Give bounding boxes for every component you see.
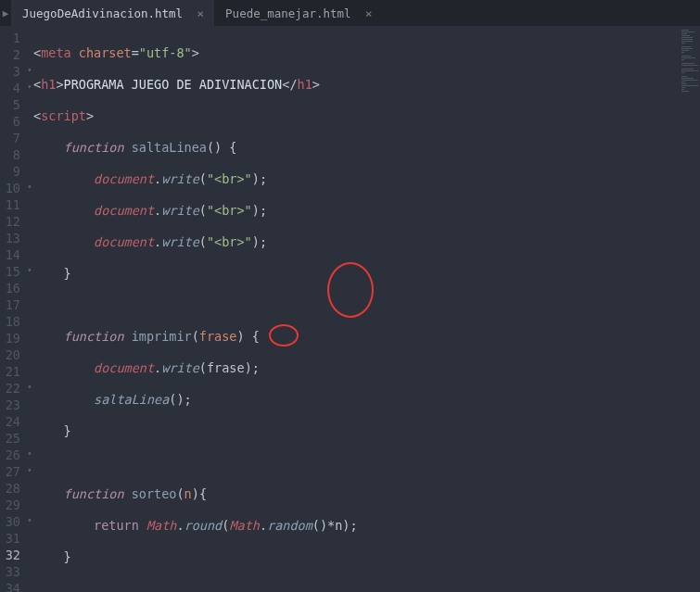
line-number[interactable]: 4 [0,80,20,96]
line-number[interactable]: 14 [0,246,20,263]
code-line[interactable]: return Math.round(Math.random()*n); [33,517,680,534]
code-editor[interactable]: <meta charset="utf-8"> <h1>PROGRAMA JUEG… [33,26,680,592]
sidebar-toggle-icon[interactable]: ▶ [0,0,11,26]
code-line[interactable]: saltaLinea(); [33,391,680,408]
code-line[interactable]: function saltaLinea() { [33,139,680,156]
line-number[interactable]: 9 [0,163,20,180]
code-line[interactable]: } [33,422,680,439]
line-number[interactable]: 20 [0,346,20,363]
minimap-line [681,91,689,92]
minimap-line [681,56,691,57]
minimap-line [681,57,695,58]
minimap[interactable] [680,26,700,592]
line-number[interactable]: 1 [0,30,20,46]
line-number[interactable]: 22 [0,380,20,397]
tab-puede-manejar[interactable]: Puede_manejar.html × [214,0,382,26]
line-number[interactable]: 21 [0,363,20,380]
line-number[interactable]: 33 [0,563,20,580]
code-line[interactable]: document.write("<br>"); [33,202,680,219]
tab-bar: ▶ JuegoDeAdivinacion.html × Puede_maneja… [0,0,700,26]
line-number[interactable]: 2 [0,46,20,63]
code-line[interactable]: <meta charset="utf-8"> [33,44,680,61]
minimap-line [681,31,694,32]
line-number[interactable]: 3 [0,63,20,80]
minimap-line [681,89,684,90]
fold-marker-icon[interactable]: ▾ [26,383,33,391]
code-line[interactable]: function sorteo(n){ [33,485,680,502]
line-number[interactable]: 32 [0,547,20,563]
fold-marker-icon[interactable]: ▾ [26,266,33,274]
line-number[interactable]: 18 [0,313,20,330]
code-line[interactable]: document.write("<br>"); [33,170,680,187]
code-line[interactable]: document.write("<br>"); [33,233,680,250]
line-number[interactable]: 16 [0,280,20,296]
tab-juego[interactable]: JuegoDeAdivinacion.html × [11,0,214,26]
fold-marker-icon[interactable]: ▾ [26,449,33,458]
minimap-line [681,70,698,71]
minimap-line [681,41,693,42]
code-line[interactable] [33,454,680,471]
line-number[interactable]: 30 [0,513,20,530]
minimap-line [681,39,693,40]
line-number[interactable]: 5 [0,96,20,113]
line-number[interactable]: 23 [0,397,20,413]
line-number[interactable]: 13 [0,230,20,246]
line-number[interactable]: 7 [0,130,20,146]
fold-marker-icon[interactable]: ▾ [26,183,33,191]
code-line[interactable]: document.write(frase); [33,359,680,376]
close-icon[interactable]: × [363,6,375,20]
code-line[interactable]: <script> [33,107,680,124]
minimap-line [681,59,684,60]
minimap-line [681,87,685,88]
minimap-line [681,72,684,73]
fold-marker-icon[interactable]: ▾ [26,516,33,524]
line-number[interactable]: 27 [0,463,20,480]
minimap-line [681,78,694,79]
line-number[interactable]: 15 [0,263,20,280]
minimap-line [681,80,698,81]
line-number-gutter[interactable]: 1234567891011121314151617181920212223242… [0,26,26,592]
close-icon[interactable]: × [194,6,207,20]
line-number[interactable]: 19 [0,330,20,346]
line-number[interactable]: 24 [0,413,20,430]
minimap-line [681,52,684,53]
line-number[interactable]: 28 [0,480,20,497]
minimap-line [681,82,685,82]
line-number[interactable]: 10 [0,180,20,196]
minimap-line [681,76,687,77]
code-line[interactable] [33,580,680,592]
line-number[interactable]: 31 [0,530,20,547]
minimap-line [681,30,689,31]
code-line[interactable]: function imprimir(frase) { [33,328,680,345]
fold-marker-icon[interactable]: ▾ [26,66,33,74]
minimap-line [681,50,689,51]
minimap-line [681,43,684,44]
minimap-line [681,63,694,64]
minimap-line [681,33,687,34]
minimap-line [681,46,691,47]
fold-marker-icon[interactable]: ▾ [26,82,33,91]
line-number[interactable]: 26 [0,447,20,463]
line-number[interactable]: 17 [0,296,20,313]
minimap-line [681,65,698,66]
minimap-line [681,35,690,36]
line-number[interactable]: 29 [0,497,20,513]
line-number[interactable]: 12 [0,213,20,230]
minimap-line [681,37,693,38]
code-line[interactable]: } [33,548,680,565]
tab-label: JuegoDeAdivinacion.html [22,6,183,20]
fold-gutter[interactable]: ▾▾▾▾▾▾▾▾ [26,26,33,592]
code-line[interactable]: <h1>PROGRAMA JUEGO DE ADIVINACION</h1> [33,76,680,93]
code-line[interactable]: } [33,265,680,282]
line-number[interactable]: 11 [0,196,20,213]
line-number[interactable]: 34 [0,580,20,592]
minimap-line [681,69,694,69]
line-number[interactable]: 6 [0,113,20,130]
minimap-line [681,85,698,86]
code-line[interactable] [33,296,680,313]
line-number[interactable]: 8 [0,146,20,163]
minimap-line [681,83,687,84]
tab-label: Puede_manejar.html [225,6,350,20]
line-number[interactable]: 25 [0,430,20,447]
fold-marker-icon[interactable]: ▾ [26,466,33,474]
